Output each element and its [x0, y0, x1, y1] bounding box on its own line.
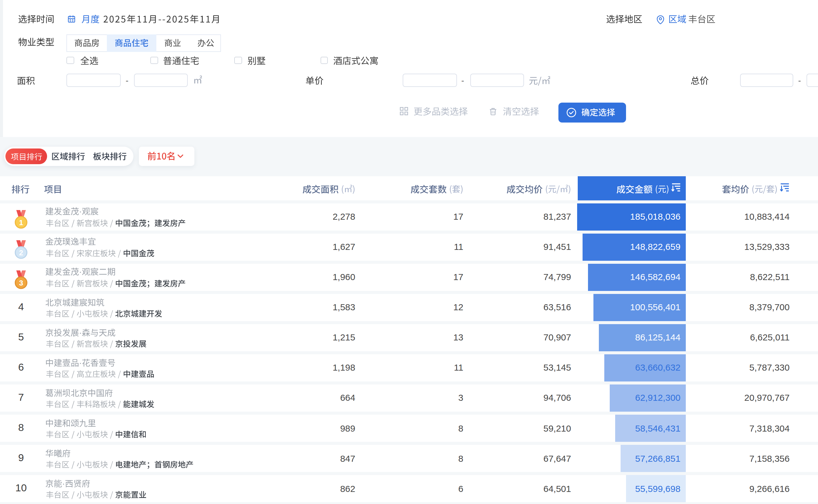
svg-text:2: 2 — [19, 249, 23, 257]
svg-text:3: 3 — [19, 279, 23, 287]
svg-text:1: 1 — [19, 219, 23, 227]
